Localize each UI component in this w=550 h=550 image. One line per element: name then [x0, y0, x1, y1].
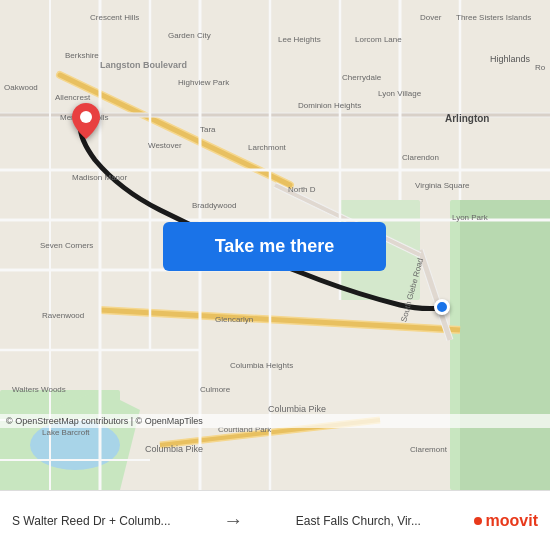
svg-text:Ro: Ro — [535, 63, 546, 72]
svg-text:Lyon Park: Lyon Park — [452, 213, 489, 222]
svg-text:Garden City: Garden City — [168, 31, 211, 40]
svg-text:Oakwood: Oakwood — [4, 83, 38, 92]
svg-text:Westover: Westover — [148, 141, 182, 150]
destination-label: East Falls Church, Vir... — [296, 514, 421, 528]
origin-location: S Walter Reed Dr + Columb... — [12, 514, 171, 528]
svg-text:Columbia Pike: Columbia Pike — [145, 444, 203, 454]
svg-text:Dominion Heights: Dominion Heights — [298, 101, 361, 110]
svg-text:Lake Barcroft: Lake Barcroft — [42, 428, 90, 437]
svg-text:Larchmont: Larchmont — [248, 143, 287, 152]
svg-text:Glencarlyn: Glencarlyn — [215, 315, 253, 324]
destination-marker — [72, 103, 100, 143]
svg-text:Berkshire: Berkshire — [65, 51, 99, 60]
svg-text:Clarendon: Clarendon — [402, 153, 439, 162]
svg-text:North D: North D — [288, 185, 316, 194]
svg-text:Crescent Hills: Crescent Hills — [90, 13, 139, 22]
svg-marker-4 — [460, 200, 550, 490]
svg-text:Culmore: Culmore — [200, 385, 231, 394]
origin-marker — [434, 299, 450, 315]
svg-text:Lyon Village: Lyon Village — [378, 89, 422, 98]
svg-text:Allencrest: Allencrest — [55, 93, 91, 102]
destination-location: East Falls Church, Vir... — [296, 514, 421, 528]
arrow-icon: → — [223, 509, 243, 532]
map-container: Highlands Arlington Crescent Hills Garde… — [0, 0, 550, 490]
svg-text:Claremont: Claremont — [410, 445, 448, 454]
svg-text:Langston Boulevard: Langston Boulevard — [100, 60, 187, 70]
svg-text:Columbia Heights: Columbia Heights — [230, 361, 293, 370]
svg-text:Highview Park: Highview Park — [178, 78, 230, 87]
svg-text:Tara: Tara — [200, 125, 216, 134]
moovit-dot — [474, 517, 482, 525]
svg-text:Walters Woods: Walters Woods — [12, 385, 66, 394]
svg-text:Madison Manor: Madison Manor — [72, 173, 127, 182]
svg-text:Highlands: Highlands — [490, 54, 531, 64]
svg-text:Cherrydale: Cherrydale — [342, 73, 382, 82]
origin-label: S Walter Reed Dr + Columb... — [12, 514, 171, 528]
moovit-text: moovit — [486, 512, 538, 530]
svg-point-72 — [80, 111, 92, 123]
bottom-bar: S Walter Reed Dr + Columb... → East Fall… — [0, 490, 550, 550]
svg-text:Lee Heights: Lee Heights — [278, 35, 321, 44]
take-me-there-button[interactable]: Take me there — [163, 222, 386, 271]
svg-text:Arlington: Arlington — [445, 113, 489, 124]
svg-text:Braddywood: Braddywood — [192, 201, 236, 210]
moovit-logo: moovit — [474, 512, 538, 530]
svg-text:Seven Corners: Seven Corners — [40, 241, 93, 250]
svg-text:Ravenwood: Ravenwood — [42, 311, 84, 320]
svg-text:Three Sisters Islands: Three Sisters Islands — [456, 13, 531, 22]
map-attribution: © OpenStreetMap contributors | © OpenMap… — [0, 414, 550, 428]
svg-text:Lorcom Lane: Lorcom Lane — [355, 35, 402, 44]
svg-text:Dover: Dover — [420, 13, 442, 22]
svg-text:Virginia Square: Virginia Square — [415, 181, 470, 190]
svg-text:Columbia Pike: Columbia Pike — [268, 404, 326, 414]
